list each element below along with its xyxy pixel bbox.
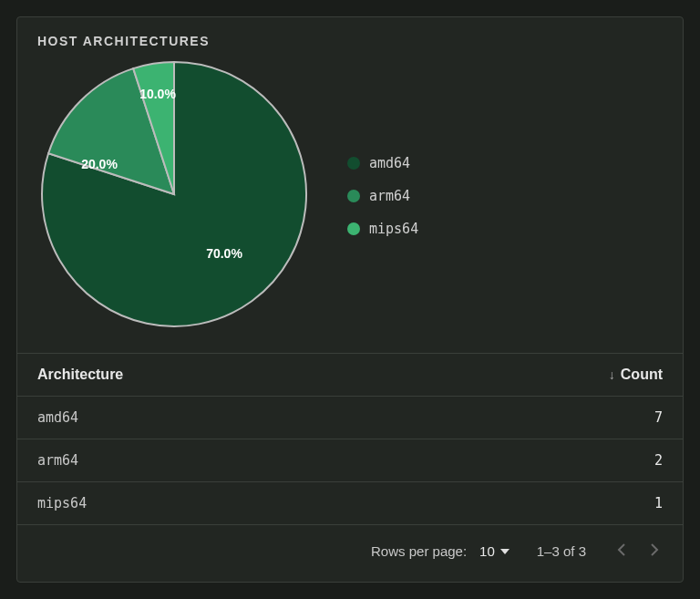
legend-swatch xyxy=(347,190,360,202)
legend-item-amd64[interactable]: amd64 xyxy=(347,155,418,171)
table-row: arm64 2 xyxy=(17,439,683,482)
legend-swatch xyxy=(347,157,360,170)
chevron-right-icon xyxy=(651,543,659,556)
legend-label: arm64 xyxy=(369,188,410,204)
pie-label-amd64: 70.0% xyxy=(206,246,242,261)
table-row: mips64 1 xyxy=(17,482,683,525)
pie-chart: 70.0% 20.0% 10.0% xyxy=(37,57,311,335)
rows-per-page: Rows per page: 10 xyxy=(371,543,510,559)
architecture-table: Architecture ↓ Count amd64 7 arm64 2 mip… xyxy=(17,353,683,525)
rows-per-page-select[interactable]: 10 xyxy=(479,543,510,559)
pager xyxy=(613,540,663,563)
sort-descending-icon: ↓ xyxy=(609,367,615,382)
legend-label: mips64 xyxy=(369,221,418,237)
cell-architecture: amd64 xyxy=(37,409,78,426)
cell-architecture: arm64 xyxy=(37,452,78,469)
cell-count: 2 xyxy=(654,452,663,469)
column-header-count[interactable]: ↓ Count xyxy=(609,367,663,383)
column-header-architecture[interactable]: Architecture xyxy=(37,367,123,383)
legend-label: amd64 xyxy=(369,155,410,171)
cell-architecture: mips64 xyxy=(37,495,87,511)
table-header-row: Architecture ↓ Count xyxy=(17,354,683,397)
legend-swatch xyxy=(347,222,360,235)
pie-label-mips64: 10.0% xyxy=(139,87,176,101)
prev-page-button[interactable] xyxy=(613,540,629,563)
host-architectures-card: HOST ARCHITECTURES 70.0% 20.0% 10.0% xyxy=(16,16,684,583)
pie-label-arm64: 20.0% xyxy=(81,157,118,171)
chart-legend: amd64 arm64 mips64 xyxy=(347,155,418,237)
cell-count: 1 xyxy=(654,495,663,511)
card-title: HOST ARCHITECTURES xyxy=(17,17,683,57)
rows-per-page-label: Rows per page: xyxy=(371,543,467,559)
chevron-left-icon xyxy=(617,543,625,556)
pagination-range: 1–3 of 3 xyxy=(537,543,586,559)
legend-item-mips64[interactable]: mips64 xyxy=(347,221,418,237)
table-footer: Rows per page: 10 1–3 of 3 xyxy=(17,525,683,577)
table-row: amd64 7 xyxy=(17,397,683,439)
cell-count: 7 xyxy=(654,409,663,426)
legend-item-arm64[interactable]: arm64 xyxy=(347,188,418,204)
chart-area: 70.0% 20.0% 10.0% amd64 arm64 mips64 xyxy=(17,57,683,353)
next-page-button[interactable] xyxy=(647,540,663,563)
chevron-down-icon xyxy=(500,549,510,554)
